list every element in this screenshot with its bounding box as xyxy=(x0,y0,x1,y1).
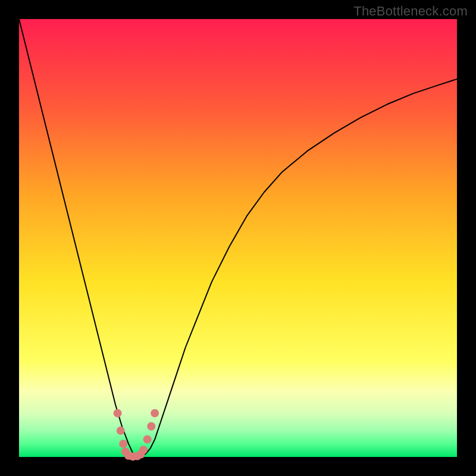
bottleneck-chart xyxy=(0,0,476,476)
plot-background xyxy=(19,19,457,457)
curve-marker xyxy=(117,427,125,435)
chart-frame: TheBottleneck.com xyxy=(0,0,476,476)
curve-marker xyxy=(151,409,159,417)
curve-marker xyxy=(119,440,127,448)
watermark-text: TheBottleneck.com xyxy=(353,4,468,19)
curve-marker xyxy=(147,422,155,430)
curve-marker xyxy=(139,446,148,454)
curve-marker xyxy=(143,436,152,444)
curve-marker xyxy=(114,409,122,417)
